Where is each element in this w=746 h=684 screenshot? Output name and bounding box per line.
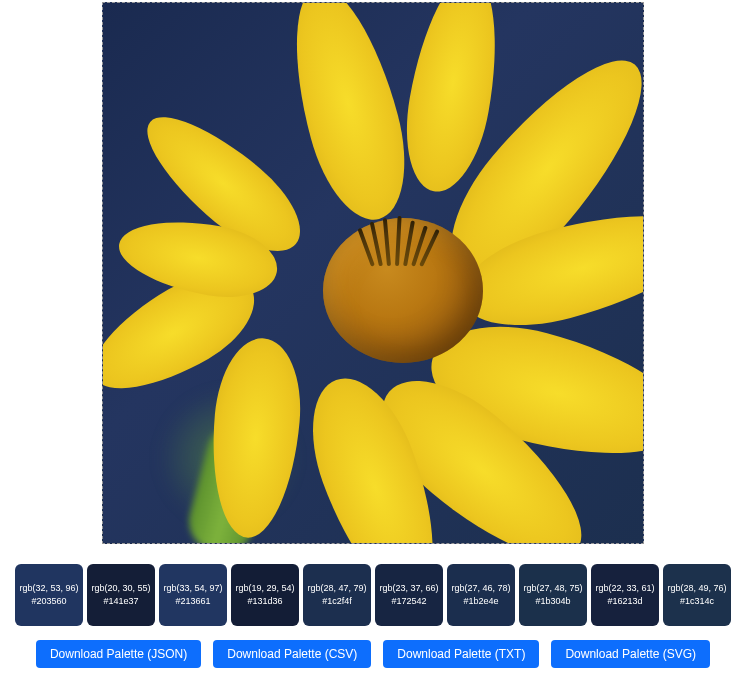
swatch-rgb-label: rgb(28, 47, 79) xyxy=(307,582,366,595)
swatch-rgb-label: rgb(33, 54, 97) xyxy=(163,582,222,595)
swatch-rgb-label: rgb(23, 37, 66) xyxy=(379,582,438,595)
swatch-rgb-label: rgb(28, 49, 76) xyxy=(667,582,726,595)
swatch-hex-label: #131d36 xyxy=(247,595,282,608)
swatch-rgb-label: rgb(22, 33, 61) xyxy=(595,582,654,595)
swatch-rgb-label: rgb(19, 29, 54) xyxy=(235,582,294,595)
palette-swatch[interactable]: rgb(27, 46, 78)#1b2e4e xyxy=(447,564,515,626)
palette-swatch[interactable]: rgb(20, 30, 55)#141e37 xyxy=(87,564,155,626)
download-csv-button[interactable]: Download Palette (CSV) xyxy=(213,640,371,668)
palette-swatch[interactable]: rgb(27, 48, 75)#1b304b xyxy=(519,564,587,626)
swatch-hex-label: #1c2f4f xyxy=(322,595,352,608)
swatch-hex-label: #1b304b xyxy=(535,595,570,608)
swatch-rgb-label: rgb(27, 48, 75) xyxy=(523,582,582,595)
download-button-row: Download Palette (JSON) Download Palette… xyxy=(0,640,746,668)
palette-swatch[interactable]: rgb(32, 53, 96)#203560 xyxy=(15,564,83,626)
swatch-hex-label: #16213d xyxy=(607,595,642,608)
palette-swatch[interactable]: rgb(28, 47, 79)#1c2f4f xyxy=(303,564,371,626)
swatch-hex-label: #213661 xyxy=(175,595,210,608)
swatch-rgb-label: rgb(32, 53, 96) xyxy=(19,582,78,595)
palette-row: rgb(32, 53, 96)#203560rgb(20, 30, 55)#14… xyxy=(0,564,746,626)
swatch-rgb-label: rgb(27, 46, 78) xyxy=(451,582,510,595)
swatch-rgb-label: rgb(20, 30, 55) xyxy=(91,582,150,595)
download-json-button[interactable]: Download Palette (JSON) xyxy=(36,640,201,668)
swatch-hex-label: #1c314c xyxy=(680,595,714,608)
palette-swatch[interactable]: rgb(28, 49, 76)#1c314c xyxy=(663,564,731,626)
download-svg-button[interactable]: Download Palette (SVG) xyxy=(551,640,710,668)
image-preview xyxy=(102,2,644,544)
download-txt-button[interactable]: Download Palette (TXT) xyxy=(383,640,539,668)
palette-swatch[interactable]: rgb(33, 54, 97)#213661 xyxy=(159,564,227,626)
swatch-hex-label: #1b2e4e xyxy=(463,595,498,608)
swatch-hex-label: #172542 xyxy=(391,595,426,608)
swatch-hex-label: #141e37 xyxy=(103,595,138,608)
palette-swatch[interactable]: rgb(23, 37, 66)#172542 xyxy=(375,564,443,626)
palette-swatch[interactable]: rgb(22, 33, 61)#16213d xyxy=(591,564,659,626)
swatch-hex-label: #203560 xyxy=(31,595,66,608)
palette-swatch[interactable]: rgb(19, 29, 54)#131d36 xyxy=(231,564,299,626)
